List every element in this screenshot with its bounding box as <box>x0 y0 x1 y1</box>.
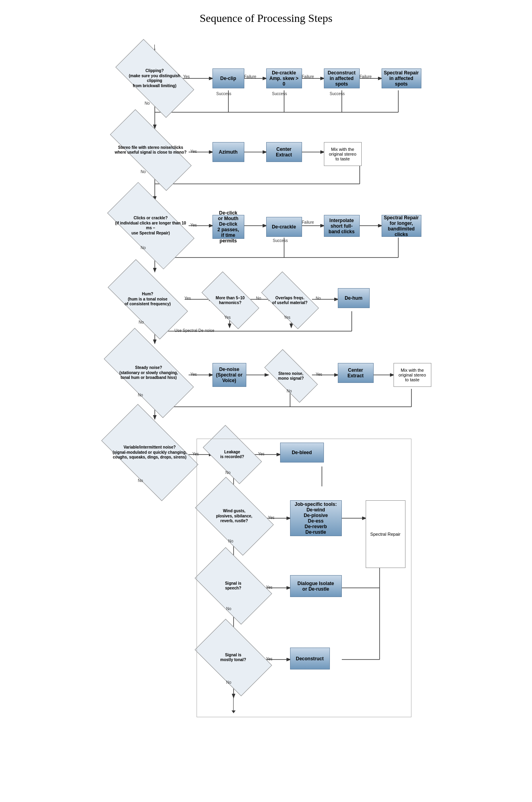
box-mix-stereo-2: Mix with the original stereo to taste <box>394 363 431 387</box>
box-de-hum: De-hum <box>338 288 370 308</box>
diamond-clipping-text: Clipping? (make sure you distinguish cli… <box>119 66 191 90</box>
label-use-spectral-de-noise: Use Spectral De-noise <box>175 328 214 333</box>
label-failure-b3: Failure <box>360 74 372 79</box>
box-azimuth: Azimuth <box>212 142 244 162</box>
label-no-d3: No <box>141 246 146 250</box>
label-no-d9: No <box>138 478 143 483</box>
box-de-crackle-2: De-crackle <box>266 217 302 237</box>
box-center-extract-1: Center Extract <box>266 142 302 162</box>
label-no-d1: No <box>145 101 150 105</box>
box-de-bleed: De-bleed <box>280 443 324 462</box>
end-arrow <box>232 697 235 713</box>
box-interpolate: Interpolate short full-band clicks <box>324 215 360 237</box>
label-no-d13: No <box>226 680 232 685</box>
label-yes-d6: Yes <box>284 315 290 320</box>
label-no-d4: No <box>139 320 144 324</box>
diamond-clipping: Clipping? (make sure you distinguish cli… <box>119 59 191 98</box>
label-yes-d4: Yes <box>185 296 191 301</box>
diamond-tonal: Signal is mostly tonal? <box>201 636 266 679</box>
label-yes-d12: Yes <box>266 585 273 589</box>
label-no-d11: No <box>228 539 234 543</box>
label-success-b1: Success <box>216 92 232 96</box>
label-yes-d11: Yes <box>268 515 275 520</box>
diamond-harmonics: More than 5–10 harmonics? <box>205 285 256 315</box>
page-title: Sequence of Processing Steps <box>95 12 437 25</box>
diamond-steady-noise: Steady noise? (stationary or slowly chan… <box>107 351 191 395</box>
diamond-variable-noise: Variable/intermittent noise? (signal-mod… <box>107 427 193 478</box>
label-no-d2: No <box>141 170 146 174</box>
label-no-d8: No <box>287 389 292 393</box>
page: Sequence of Processing Steps <box>87 0 445 802</box>
diamond-leakage: Leakage is recorded? <box>207 439 258 470</box>
diamond-wind-text: Wind gusts, plosives, sibilance, reverb,… <box>214 507 254 526</box>
box-deconstruct-2: Deconstruct <box>290 648 330 669</box>
diamond-clicks: Clicks or crackle? (if individual clicks… <box>111 204 191 248</box>
label-failure-b9: Failure <box>302 220 314 224</box>
diamond-leakage-text: Leakage is recorded? <box>218 448 246 461</box>
box-de-clip: De-clip <box>212 68 244 88</box>
diamond-hum-text: Hum? (hum is a tonal noise of consistent… <box>123 290 173 309</box>
label-yes-d13: Yes <box>266 657 273 661</box>
diamond-harmonics-text: More than 5–10 harmonics? <box>214 294 247 307</box>
diamond-clicks-text: Clicks or crackle? (if individual clicks… <box>111 214 191 238</box>
label-yes-d8: Yes <box>316 372 322 377</box>
diamond-overlaps: Overlaps freqs. of useful material? <box>264 285 316 315</box>
label-no-d7: No <box>138 393 143 397</box>
diamond-stereo-noise: Stereo noise, mono signal? <box>266 363 316 389</box>
label-yes-d10: Yes <box>258 452 265 456</box>
box-spectral-repair-3: Spectral Repair <box>366 500 405 568</box>
label-yes-d9: Yes <box>193 452 199 456</box>
label-failure-b1: Failure <box>244 74 257 79</box>
box-de-click: De-click or Mouth De-click 2 passes, if … <box>212 215 244 239</box>
label-failure-b2: Failure <box>302 74 314 79</box>
label-no-d5: No <box>256 296 261 301</box>
box-spectral-repair-1: Spectral Repair in affected spots <box>382 68 421 88</box>
diamond-speech-text: Signal is speech? <box>223 579 243 593</box>
diamond-wind: Wind gusts, plosives, sibilance, reverb,… <box>201 494 268 538</box>
diamond-hum: Hum? (hum is a tonal noise of consistent… <box>111 279 185 319</box>
diamond-stereo-noise-text: Stereo noise, mono signal? <box>276 369 306 383</box>
label-success-b2: Success <box>272 92 287 96</box>
diamond-steady-noise-text: Steady noise? (stationary or slowly chan… <box>117 363 180 382</box>
label-success-b9: Success <box>273 238 288 243</box>
label-yes-d3: Yes <box>191 223 197 227</box>
box-de-noise: De-noise (Spectral or Voice) <box>212 363 246 387</box>
box-deconstruct-1: Deconstruct in affected spots <box>324 68 360 88</box>
label-no-d6: No <box>316 296 321 301</box>
box-de-crackle-1: De-crackle Amp. skew > 0 <box>266 68 302 88</box>
label-yes-d5: Yes <box>224 315 231 320</box>
label-success-b3: Success <box>330 92 345 96</box>
diamond-tonal-text: Signal is mostly tonal? <box>218 651 248 665</box>
box-spectral-repair-2: Spectral Repair for longer, bandlimited … <box>382 215 421 237</box>
label-yes-d2: Yes <box>191 149 197 154</box>
diamond-variable-noise-text: Variable/intermittent noise? (signal-mod… <box>111 443 189 462</box>
diamond-stereo: Stereo file with stereo noise/clicks whe… <box>111 132 191 168</box>
box-mix-stereo-1: Mix with the original stereo to taste <box>324 142 362 166</box>
diamond-speech: Signal is speech? <box>201 564 266 608</box>
box-center-extract-2: Center Extract <box>338 363 374 383</box>
label-no-d12: No <box>226 607 232 611</box>
diamond-overlaps-text: Overlaps freqs. of useful material? <box>270 294 310 307</box>
label-yes-d7: Yes <box>191 372 197 377</box>
box-dialogue-isolate: Dialogue Isolate or De-rustle <box>290 575 342 597</box>
box-job-specific: Job-specific tools: De-wind De-plosive D… <box>290 500 342 536</box>
label-no-d10: No <box>226 470 231 475</box>
diamond-stereo-text: Stereo file with stereo noise/clicks whe… <box>113 143 189 157</box>
